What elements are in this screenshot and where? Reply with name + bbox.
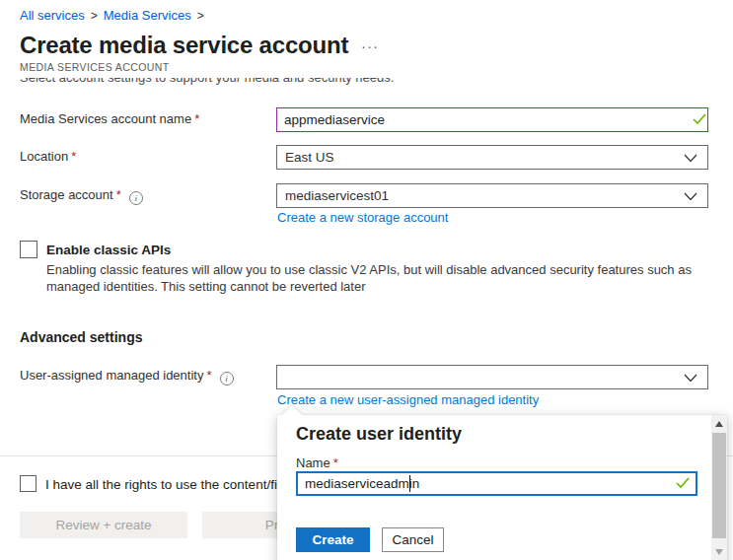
info-icon[interactable]: i — [220, 372, 234, 385]
page-title: Create media service account — [20, 32, 348, 59]
classic-apis-description: Enabling classic features will allow you… — [46, 262, 699, 295]
content-rights-checkbox[interactable] — [20, 475, 37, 492]
info-icon[interactable]: i — [129, 191, 143, 205]
location-dropdown[interactable]: East US — [276, 145, 708, 170]
breadcrumb-media-services[interactable]: Media Services — [104, 8, 191, 23]
resource-type-subtitle: MEDIA SERVICES ACCOUNT — [20, 61, 170, 73]
account-name-input[interactable] — [276, 107, 708, 132]
dialog-create-button[interactable]: Create — [296, 527, 370, 552]
chevron-down-icon — [684, 154, 697, 163]
chevron-down-icon — [684, 374, 697, 383]
create-media-service-account-page: All services>Media Services> Create medi… — [0, 0, 733, 560]
callout-beak — [282, 405, 302, 425]
breadcrumb-all-services[interactable]: All services — [20, 8, 85, 23]
required-asterisk: * — [206, 368, 211, 383]
clipped-description: Select account settings to support your … — [20, 78, 612, 88]
managed-identity-label: User-assigned managed identity*i — [20, 368, 234, 385]
valid-checkmark-icon — [676, 477, 690, 489]
enable-classic-apis-checkbox[interactable] — [20, 241, 37, 258]
dialog-scrollbar[interactable] — [711, 415, 727, 560]
create-storage-account-link[interactable]: Create a new storage account — [277, 210, 448, 225]
scrollbar-thumb[interactable] — [712, 433, 726, 538]
scroll-up-icon[interactable] — [715, 421, 723, 427]
dialog-cancel-button[interactable]: Cancel — [382, 527, 444, 552]
managed-identity-dropdown[interactable] — [276, 365, 708, 389]
location-label: Location* — [20, 149, 76, 164]
create-managed-identity-link[interactable]: Create a new user-assigned managed ident… — [277, 392, 539, 407]
breadcrumb-separator: > — [91, 9, 98, 23]
text-caret — [409, 475, 410, 492]
valid-checkmark-icon — [693, 113, 706, 125]
required-asterisk: * — [71, 149, 76, 164]
required-asterisk: * — [116, 187, 121, 202]
dialog-title: Create user identity — [296, 424, 462, 445]
create-user-identity-dialog: Create user identity Name* Create Cancel — [277, 415, 727, 560]
review-create-button[interactable]: Review + create — [20, 512, 187, 538]
content-rights-label: I have all the rights to use the content… — [45, 477, 280, 492]
breadcrumb: All services>Media Services> — [20, 8, 210, 23]
enable-classic-apis-label: Enable classic APIs — [46, 243, 171, 257]
breadcrumb-separator: > — [197, 9, 204, 23]
storage-account-dropdown[interactable]: mediaservicest01 — [276, 183, 708, 208]
scroll-down-icon[interactable] — [715, 549, 723, 555]
required-asterisk: * — [194, 111, 199, 126]
more-options-icon[interactable]: ··· — [361, 37, 379, 54]
identity-name-input[interactable] — [296, 471, 697, 496]
account-name-label: Media Services account name* — [20, 111, 199, 126]
chevron-down-icon — [684, 192, 697, 201]
required-asterisk: * — [333, 455, 338, 470]
advanced-settings-heading: Advanced settings — [20, 329, 142, 345]
dialog-name-label: Name* — [296, 455, 338, 470]
storage-account-label: Storage account*i — [20, 187, 143, 205]
